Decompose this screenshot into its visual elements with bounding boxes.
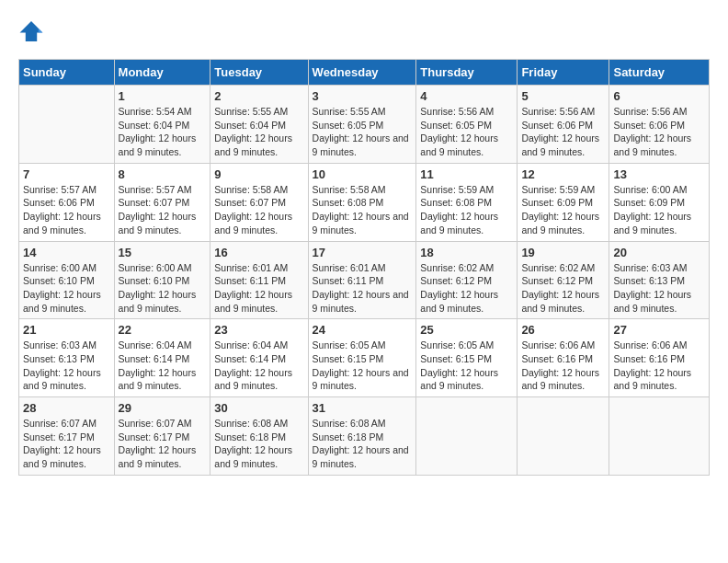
calendar-cell: 7Sunrise: 5:57 AMSunset: 6:06 PMDaylight… [19,163,115,241]
day-number: 19 [521,246,605,259]
calendar-cell: 20Sunrise: 6:03 AMSunset: 6:13 PMDayligh… [609,241,710,319]
day-number: 8 [119,167,207,181]
day-info: Sunrise: 6:02 AMSunset: 6:12 PMDaylight:… [420,261,513,316]
calendar-table: SundayMondayTuesdayWednesdayThursdayFrid… [18,59,710,476]
day-number: 2 [214,89,303,103]
calendar-cell [518,397,609,476]
calendar-week-row: 28Sunrise: 6:07 AMSunset: 6:17 PMDayligh… [19,397,710,476]
day-number: 24 [313,323,413,337]
calendar-cell: 25Sunrise: 6:05 AMSunset: 6:15 PMDayligh… [416,319,518,397]
day-info: Sunrise: 5:56 AMSunset: 6:05 PMDaylight:… [420,105,513,159]
calendar-cell: 12Sunrise: 5:59 AMSunset: 6:09 PMDayligh… [518,163,609,241]
day-number: 20 [613,246,705,259]
day-info: Sunrise: 6:08 AMSunset: 6:18 PMDaylight:… [214,417,303,471]
day-number: 29 [119,401,207,415]
weekday-header: Sunday [19,60,115,86]
day-info: Sunrise: 5:56 AMSunset: 6:06 PMDaylight:… [613,105,705,159]
day-info: Sunrise: 6:04 AMSunset: 6:14 PMDaylight:… [119,339,207,393]
day-info: Sunrise: 6:06 AMSunset: 6:16 PMDaylight:… [521,339,605,393]
weekday-header: Tuesday [210,60,308,86]
day-number: 6 [613,89,705,103]
calendar-cell: 27Sunrise: 6:06 AMSunset: 6:16 PMDayligh… [609,319,710,397]
day-number: 1 [119,89,207,103]
day-number: 26 [521,323,605,337]
day-number: 14 [23,246,110,259]
day-number: 9 [214,167,303,181]
day-number: 22 [119,323,207,337]
day-info: Sunrise: 6:01 AMSunset: 6:11 PMDaylight:… [214,261,303,316]
weekday-header: Monday [114,60,210,86]
day-info: Sunrise: 5:55 AMSunset: 6:04 PMDaylight:… [214,105,303,159]
calendar-week-row: 7Sunrise: 5:57 AMSunset: 6:06 PMDaylight… [19,163,710,241]
calendar-cell [609,397,710,476]
day-info: Sunrise: 6:01 AMSunset: 6:11 PMDaylight:… [313,261,413,316]
day-number: 5 [521,89,605,103]
day-info: Sunrise: 6:05 AMSunset: 6:15 PMDaylight:… [420,339,513,393]
calendar-cell: 31Sunrise: 6:08 AMSunset: 6:18 PMDayligh… [308,397,416,476]
day-number: 11 [420,167,513,181]
day-number: 4 [420,89,513,103]
day-info: Sunrise: 6:02 AMSunset: 6:12 PMDaylight:… [521,261,605,316]
day-info: Sunrise: 5:54 AMSunset: 6:04 PMDaylight:… [119,105,207,159]
calendar-cell: 9Sunrise: 5:58 AMSunset: 6:07 PMDaylight… [210,163,308,241]
calendar-cell: 2Sunrise: 5:55 AMSunset: 6:04 PMDaylight… [210,86,308,164]
calendar-cell: 29Sunrise: 6:07 AMSunset: 6:17 PMDayligh… [114,397,210,476]
calendar-cell [416,397,518,476]
calendar-cell: 13Sunrise: 6:00 AMSunset: 6:09 PMDayligh… [609,163,710,241]
calendar-cell: 10Sunrise: 5:58 AMSunset: 6:08 PMDayligh… [308,163,416,241]
day-number: 21 [23,323,110,337]
day-number: 7 [23,167,110,181]
day-info: Sunrise: 5:59 AMSunset: 6:08 PMDaylight:… [420,183,513,237]
day-number: 25 [420,323,513,337]
calendar-cell: 11Sunrise: 5:59 AMSunset: 6:08 PMDayligh… [416,163,518,241]
calendar-cell: 15Sunrise: 6:00 AMSunset: 6:10 PMDayligh… [114,241,210,319]
day-number: 16 [214,246,303,259]
day-number: 31 [313,401,413,415]
day-info: Sunrise: 6:06 AMSunset: 6:16 PMDaylight:… [613,339,705,393]
calendar-cell: 14Sunrise: 6:00 AMSunset: 6:10 PMDayligh… [19,241,115,319]
day-info: Sunrise: 6:08 AMSunset: 6:18 PMDaylight:… [313,417,413,471]
calendar-cell: 23Sunrise: 6:04 AMSunset: 6:14 PMDayligh… [210,319,308,397]
day-info: Sunrise: 6:00 AMSunset: 6:09 PMDaylight:… [613,183,705,237]
day-info: Sunrise: 6:03 AMSunset: 6:13 PMDaylight:… [23,339,110,393]
calendar-cell: 8Sunrise: 5:57 AMSunset: 6:07 PMDaylight… [114,163,210,241]
calendar-cell: 22Sunrise: 6:04 AMSunset: 6:14 PMDayligh… [114,319,210,397]
day-number: 27 [613,323,705,337]
calendar-cell: 30Sunrise: 6:08 AMSunset: 6:18 PMDayligh… [210,397,308,476]
calendar-cell: 3Sunrise: 5:55 AMSunset: 6:05 PMDaylight… [308,86,416,164]
day-info: Sunrise: 5:58 AMSunset: 6:08 PMDaylight:… [313,183,413,237]
day-number: 17 [313,246,413,259]
calendar-week-row: 1Sunrise: 5:54 AMSunset: 6:04 PMDaylight… [19,86,710,164]
logo [18,18,46,44]
day-info: Sunrise: 6:04 AMSunset: 6:14 PMDaylight:… [214,339,303,393]
day-info: Sunrise: 6:05 AMSunset: 6:15 PMDaylight:… [313,339,413,393]
logo-icon [18,18,44,44]
calendar-cell: 19Sunrise: 6:02 AMSunset: 6:12 PMDayligh… [518,241,609,319]
calendar-cell: 1Sunrise: 5:54 AMSunset: 6:04 PMDaylight… [114,86,210,164]
day-number: 15 [119,246,207,259]
weekday-header: Thursday [416,60,518,86]
day-info: Sunrise: 5:59 AMSunset: 6:09 PMDaylight:… [521,183,605,237]
calendar-cell: 18Sunrise: 6:02 AMSunset: 6:12 PMDayligh… [416,241,518,319]
calendar-week-row: 21Sunrise: 6:03 AMSunset: 6:13 PMDayligh… [19,319,710,397]
day-number: 12 [521,167,605,181]
calendar-cell: 16Sunrise: 6:01 AMSunset: 6:11 PMDayligh… [210,241,308,319]
day-info: Sunrise: 5:58 AMSunset: 6:07 PMDaylight:… [214,183,303,237]
calendar-cell: 24Sunrise: 6:05 AMSunset: 6:15 PMDayligh… [308,319,416,397]
day-info: Sunrise: 6:00 AMSunset: 6:10 PMDaylight:… [23,261,110,316]
day-number: 10 [313,167,413,181]
calendar-cell: 21Sunrise: 6:03 AMSunset: 6:13 PMDayligh… [19,319,115,397]
day-info: Sunrise: 6:07 AMSunset: 6:17 PMDaylight:… [23,417,110,471]
calendar-cell: 17Sunrise: 6:01 AMSunset: 6:11 PMDayligh… [308,241,416,319]
day-number: 13 [613,167,705,181]
weekday-header-row: SundayMondayTuesdayWednesdayThursdayFrid… [19,60,710,86]
calendar-cell [19,86,115,164]
calendar-cell: 28Sunrise: 6:07 AMSunset: 6:17 PMDayligh… [19,397,115,476]
calendar-week-row: 14Sunrise: 6:00 AMSunset: 6:10 PMDayligh… [19,241,710,319]
day-info: Sunrise: 6:00 AMSunset: 6:10 PMDaylight:… [119,261,207,316]
calendar-cell: 5Sunrise: 5:56 AMSunset: 6:06 PMDaylight… [518,86,609,164]
day-number: 3 [313,89,413,103]
day-info: Sunrise: 5:55 AMSunset: 6:05 PMDaylight:… [313,105,413,159]
weekday-header: Friday [518,60,609,86]
day-info: Sunrise: 5:57 AMSunset: 6:07 PMDaylight:… [119,183,207,237]
